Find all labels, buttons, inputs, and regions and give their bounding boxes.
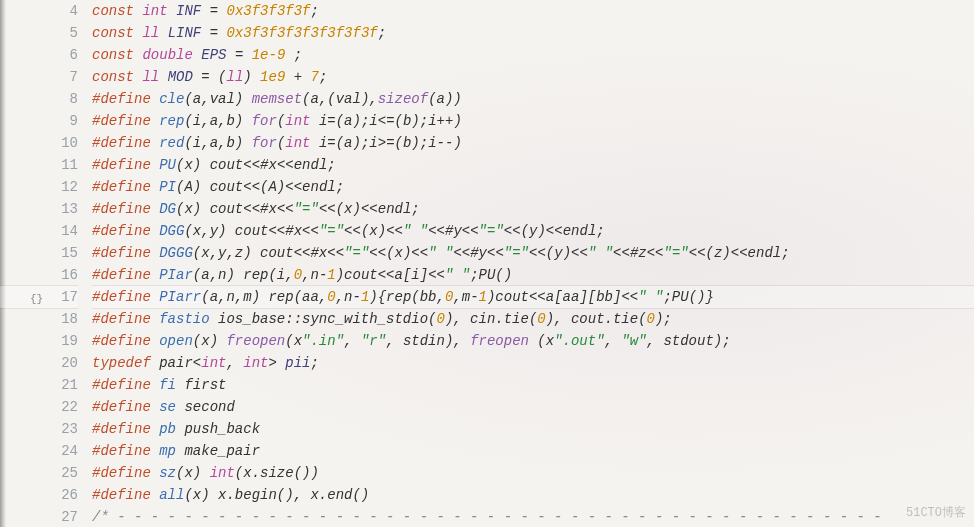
token-plain: (a,n,m) rep(aa, (201, 289, 327, 305)
token-plain (159, 69, 167, 85)
token-pp: #define (92, 487, 151, 503)
token-name: EPS (201, 47, 226, 63)
token-op: = (210, 25, 218, 41)
code-line[interactable]: #define se second (92, 396, 974, 418)
code-line[interactable]: #define pb push_back (92, 418, 974, 440)
token-plain (193, 69, 201, 85)
token-plain: (a)) (428, 91, 462, 107)
token-fn: for (252, 135, 277, 151)
token-plain (159, 25, 167, 41)
token-plain: (a);i (336, 113, 378, 129)
code-line[interactable]: #define sz(x) int(x.size()) (92, 462, 974, 484)
token-kw: const (92, 3, 134, 19)
token-name: LINF (168, 25, 202, 41)
code-line[interactable]: {}#define PIarr(a,n,m) rep(aa,0,n-1){rep… (92, 286, 974, 308)
token-type: int (285, 135, 310, 151)
token-str: "=" (294, 201, 319, 217)
token-plain (151, 377, 159, 393)
code-line[interactable]: const ll LINF = 0x3f3f3f3f3f3f3f3f; (92, 22, 974, 44)
token-plain (151, 443, 159, 459)
token-op: << (268, 223, 285, 239)
token-plain: (x) (386, 245, 411, 261)
token-plain: (a,val) (184, 91, 251, 107)
token-str: "=" (664, 245, 689, 261)
token-num: 1 (327, 267, 335, 283)
code-line[interactable]: #define PU(x) cout<<#x<<endl; (92, 154, 974, 176)
code-line[interactable]: #define PI(A) cout<<(A)<<endl; (92, 176, 974, 198)
token-plain (151, 245, 159, 261)
token-num: 1e9 (260, 69, 285, 85)
code-line[interactable]: #define open(x) freopen(x".in", "r", std… (92, 330, 974, 352)
code-line[interactable]: #define rep(i,a,b) for(int i=(a);i<=(b);… (92, 110, 974, 132)
code-line[interactable]: #define PIar(a,n) rep(i,0,n-1)cout<<a[i]… (92, 264, 974, 286)
token-kw: typedef (92, 355, 151, 371)
token-plain: #y (445, 223, 462, 239)
token-mac: DGGG (159, 245, 193, 261)
token-name: MOD (168, 69, 193, 85)
token-plain: endl; (748, 245, 790, 261)
code-line[interactable]: #define DGGG(x,y,z) cout<<#x<<"="<<(x)<<… (92, 242, 974, 264)
token-op: << (621, 289, 638, 305)
token-plain: , (344, 333, 361, 349)
token-plain: ,n (302, 267, 319, 283)
token-plain: ); (655, 311, 672, 327)
token-op: = (327, 113, 335, 129)
token-op: << (319, 201, 336, 217)
token-plain: (A) (260, 179, 285, 195)
token-plain: (x) cout (176, 157, 243, 173)
code-line[interactable]: const int INF = 0x3f3f3f3f; (92, 0, 974, 22)
token-plain: ,n (336, 289, 353, 305)
code-line[interactable]: #define DG(x) cout<<#x<<"="<<(x)<<endl; (92, 198, 974, 220)
code-line[interactable]: const double EPS = 1e-9 ; (92, 44, 974, 66)
token-op: ++ (437, 113, 454, 129)
code-line[interactable]: #define fastio ios_base::sync_with_stdio… (92, 308, 974, 330)
token-op: << (243, 157, 260, 173)
token-type: ll (142, 69, 159, 85)
token-str: "=" (319, 223, 344, 239)
token-plain (151, 487, 159, 503)
token-mac: cle (159, 91, 184, 107)
token-num: 0 (647, 311, 655, 327)
code-line[interactable]: #define DGG(x,y) cout<<#x<<"="<<(x)<<" "… (92, 220, 974, 242)
token-pp: #define (92, 223, 151, 239)
code-line[interactable]: #define all(x) x.begin(), x.end() (92, 484, 974, 506)
code-editor[interactable]: 4567891011121314151617181920212223242526… (0, 0, 974, 527)
token-plain: pair (151, 355, 193, 371)
line-number: 7 (0, 66, 78, 88)
token-op: -- (437, 135, 454, 151)
fold-marker[interactable]: {} (30, 288, 43, 310)
code-area[interactable]: const int INF = 0x3f3f3f3f;const ll LINF… (88, 0, 974, 527)
code-line[interactable]: #define cle(a,val) memset(a,(val),sizeof… (92, 88, 974, 110)
token-op: << (529, 245, 546, 261)
token-mac: red (159, 135, 184, 151)
token-mac: open (159, 333, 193, 349)
code-line[interactable]: #define fi first (92, 374, 974, 396)
token-str: "=" (344, 245, 369, 261)
code-line[interactable]: /* - - - - - - - - - - - - - - - - - - -… (92, 506, 974, 527)
token-plain (151, 179, 159, 195)
token-type: ll (226, 69, 243, 85)
code-line[interactable]: #define red(i,a,b) for(int i=(a);i>=(b);… (92, 132, 974, 154)
token-plain (201, 3, 209, 19)
token-str: " " (428, 245, 453, 261)
token-plain: (x) (176, 465, 210, 481)
token-op: << (302, 223, 319, 239)
token-num: 0x3f3f3f3f3f3f3f3f (226, 25, 377, 41)
token-plain (151, 311, 159, 327)
token-kw: const (92, 25, 134, 41)
token-op: - (352, 289, 360, 305)
token-plain (193, 47, 201, 63)
code-line[interactable]: #define mp make_pair (92, 440, 974, 462)
token-num: 1e-9 (252, 47, 286, 63)
token-str: "r" (361, 333, 386, 349)
token-op: ; (378, 25, 386, 41)
token-plain (285, 69, 293, 85)
code-line[interactable]: const ll MOD = (ll) 1e9 + 7; (92, 66, 974, 88)
code-line[interactable]: typedef pair<int, int> pii; (92, 352, 974, 374)
token-str: "w" (621, 333, 646, 349)
watermark-text: 51CTO博客 (906, 504, 966, 521)
token-op: + (294, 69, 302, 85)
token-op: << (428, 223, 445, 239)
token-num: 0 (327, 289, 335, 305)
token-pp: #define (92, 421, 151, 437)
